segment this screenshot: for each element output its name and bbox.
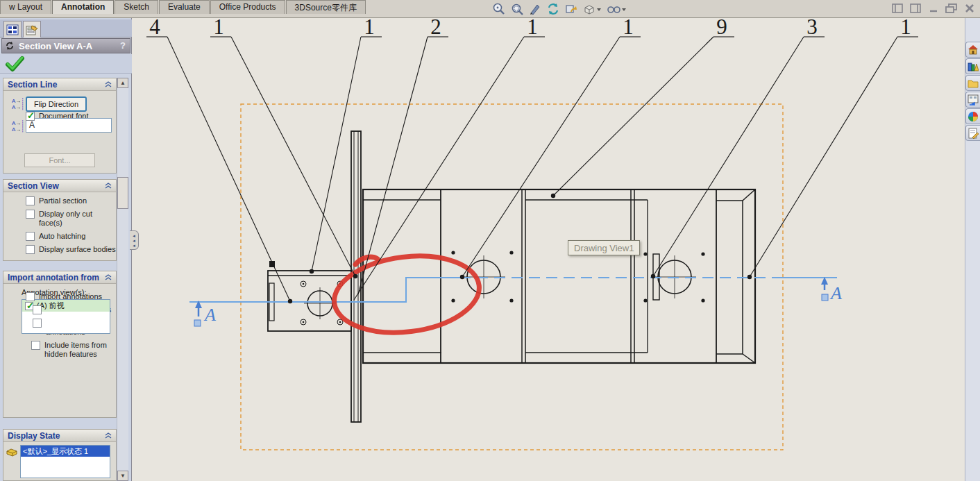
close-icon[interactable] — [963, 3, 976, 14]
view-palette-tab[interactable] — [965, 92, 980, 108]
appearances-tab[interactable] — [965, 108, 980, 124]
tab-3dsource[interactable]: 3DSource零件库 — [286, 0, 366, 14]
display-only-cut-label: Display only cut face(s) — [39, 210, 114, 228]
display-surface-checkbox[interactable] — [26, 245, 35, 254]
appearances-sphere-icon — [968, 111, 979, 122]
section-view-group: Section View Partial section Display onl… — [3, 179, 117, 261]
feature-manager-tab[interactable] — [3, 21, 22, 37]
collapse-icon[interactable] — [105, 432, 112, 439]
view-palette-icon — [968, 94, 979, 106]
section-label-input[interactable]: A — [26, 118, 112, 133]
command-tabs: w Layout Annotation Sketch Evaluate Offi… — [0, 0, 366, 14]
property-manager-tabs — [0, 19, 132, 37]
collapse-right-pane-icon[interactable] — [909, 3, 922, 14]
partial-section-checkbox[interactable] — [26, 196, 35, 205]
group-title: Display State — [8, 431, 105, 441]
zoom-to-area-icon[interactable] — [509, 2, 525, 16]
display-state-row[interactable]: <默认>_显示状态 1 — [21, 446, 110, 457]
import-annotation-header[interactable]: Import annotation from — [3, 271, 116, 284]
display-state-icon — [6, 447, 18, 458]
zoom-to-fit-icon[interactable] — [491, 2, 507, 16]
ok-check-icon[interactable] — [4, 55, 25, 73]
section-marker-right[interactable]: A — [821, 277, 842, 303]
section-label-icon: A→┆A→┆ — [12, 120, 27, 133]
balloon-3[interactable]: 3 — [651, 18, 825, 278]
balloon-9[interactable]: 9 — [551, 18, 734, 198]
top-toolbar: w Layout Annotation Sketch Evaluate Offi… — [0, 0, 980, 18]
scroll-up-button[interactable]: ▲ — [117, 78, 128, 88]
design-library-tab[interactable] — [965, 58, 980, 74]
include-hidden-checkbox[interactable] — [31, 341, 40, 350]
drawing-sheet[interactable]: A A 411211931 — [132, 18, 965, 481]
display-state-list[interactable]: <默认>_显示状态 1 — [20, 445, 110, 478]
drawing-view1[interactable] — [268, 131, 755, 422]
section-letter-right: A — [829, 283, 842, 303]
display-surface-label: Display surface bodies — [39, 245, 116, 254]
home-icon — [968, 44, 979, 56]
collapse-icon[interactable] — [105, 183, 112, 189]
folder-icon — [968, 78, 979, 89]
group-title: Import annotation from — [8, 273, 105, 282]
balloon-number: 9 — [716, 18, 727, 39]
auto-hatching-checkbox[interactable] — [26, 232, 35, 241]
panel-header: Section View A-A ? — [1, 38, 130, 53]
collapse-icon[interactable] — [105, 81, 112, 87]
section-letter-left: A — [203, 305, 216, 325]
collapse-left-pane-icon[interactable] — [891, 3, 904, 14]
tab-evaluate[interactable]: Evaluate — [159, 0, 210, 14]
view-orientation-icon[interactable] — [582, 2, 602, 16]
minimize-icon[interactable] — [927, 3, 940, 14]
section-marker-left[interactable]: A — [194, 301, 216, 326]
tab-layout[interactable]: w Layout — [0, 0, 51, 14]
balloon-1[interactable]: 1 — [310, 18, 382, 273]
restore-icon[interactable] — [945, 3, 958, 14]
balloon-number: 2 — [430, 18, 441, 39]
custom-properties-tab[interactable] — [965, 125, 980, 141]
balloon-annotations: 411211931 — [146, 18, 918, 303]
property-manager-tab[interactable] — [23, 21, 41, 37]
design-annotations-checkbox[interactable] — [33, 305, 42, 314]
font-button[interactable]: Font... — [24, 153, 95, 167]
display-state-group: Display State <默认>_显示状态 1 — [3, 429, 117, 481]
balloon-number: 1 — [900, 18, 911, 39]
property-manager-panel: Section View A-A ? Section Line A→┆A→┆ F… — [0, 18, 132, 481]
annotation-views-list[interactable]: (A) 前视 — [22, 299, 110, 334]
balloon-number: 1 — [213, 18, 224, 39]
partial-section-label: Partial section — [39, 196, 87, 205]
design-library-icon — [968, 61, 979, 72]
update-view-icon[interactable] — [564, 2, 579, 16]
rebuild-icon[interactable] — [546, 2, 561, 16]
home-tab[interactable] — [965, 42, 980, 58]
display-state-header[interactable]: Display State — [3, 430, 116, 442]
document-font-checkbox[interactable] — [26, 112, 35, 121]
balloon-4[interactable]: 4 — [146, 18, 292, 303]
view-settings-icon[interactable] — [605, 2, 627, 16]
graphics-area[interactable]: A A 411211931 Drawing View1 三维网www.3dpor… — [132, 18, 965, 481]
redline-annotate-icon[interactable] — [527, 2, 543, 16]
task-pane — [965, 18, 980, 481]
balloon-2[interactable]: 2 — [358, 18, 448, 294]
panel-splitter-handle[interactable]: ◂◂◂ — [130, 230, 139, 250]
scroll-down-button[interactable]: ▼ — [117, 471, 128, 481]
balloon-number: 4 — [149, 18, 160, 39]
scroll-thumb[interactable] — [117, 177, 128, 209]
collapse-icon[interactable] — [105, 274, 112, 280]
section-line-group: Section Line A→┆A→┆ Flip Direction A→┆A→… — [3, 78, 117, 174]
dimxpert-annotations-checkbox[interactable] — [33, 319, 42, 328]
auto-hatching-label: Auto hatching — [39, 232, 85, 241]
tab-office-products[interactable]: Office Products — [210, 0, 285, 14]
section-view-header[interactable]: Section View — [3, 180, 116, 192]
panel-scrollbar[interactable]: ▲ ▼ — [117, 78, 128, 481]
section-line-header[interactable]: Section Line — [3, 78, 116, 91]
tab-annotation[interactable]: Annotation — [52, 0, 114, 14]
tab-sketch[interactable]: Sketch — [115, 0, 158, 14]
import-annotations-checkbox[interactable] — [26, 292, 35, 301]
help-button[interactable]: ? — [120, 40, 126, 51]
balloon-1[interactable]: 1 — [210, 18, 357, 278]
file-explorer-tab[interactable] — [965, 75, 980, 91]
flip-direction-button[interactable]: Flip Direction — [26, 96, 87, 112]
display-only-cut-checkbox[interactable] — [26, 210, 35, 219]
balloon-1[interactable]: 1 — [747, 18, 918, 279]
panel-title: Section View A-A — [19, 41, 92, 51]
section-line[interactable] — [189, 278, 837, 302]
